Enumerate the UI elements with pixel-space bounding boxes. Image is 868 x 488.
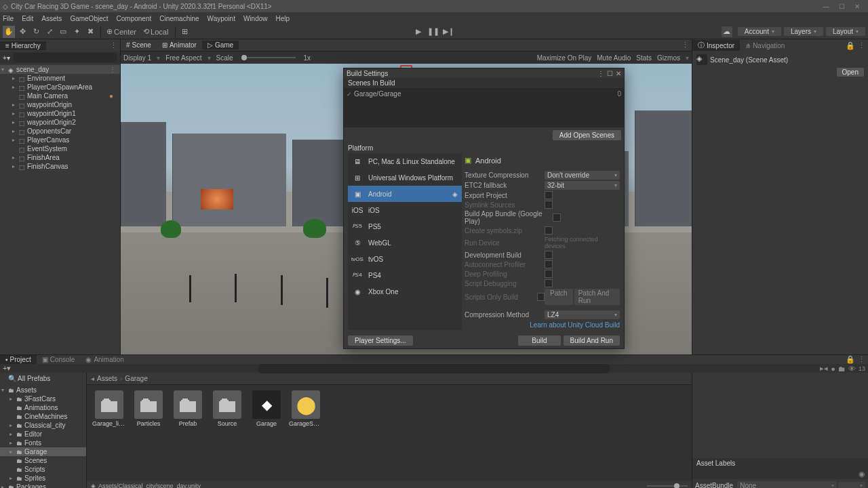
project-tab[interactable]: ▪ Project [0,355,37,364]
scenes-in-build-list[interactable]: ✓ Garage/Garage 0 [344,88,624,127]
hierarchy-item[interactable]: ▸PlayerCarSpawnArea [0,83,120,92]
open-button[interactable]: Open [837,68,864,77]
hierarchy-item[interactable]: ▸OpponentsCar [0,127,120,136]
filter-icon[interactable]: ▸◂ [820,364,828,373]
project-search[interactable] [258,364,610,373]
scale-tool-icon[interactable]: ⤢ [43,26,56,38]
cloud-build-link[interactable]: Learn about Unity Cloud Build [465,320,620,330]
account-dropdown[interactable]: Account [738,27,781,36]
display-dropdown[interactable]: Display 1 [123,54,151,62]
project-folder[interactable]: Scenes [0,456,86,465]
maximize-icon[interactable]: ☐ [839,3,845,10]
console-tab[interactable]: ▣ Console [37,355,81,364]
etc2-dropdown[interactable]: 32-bit [545,181,620,190]
snap-icon[interactable]: ⊞ [178,26,191,38]
project-folder[interactable]: ▸Editor [0,430,86,439]
hierarchy-tab[interactable]: ≡ Hierarchy [0,41,46,50]
pause-button-icon[interactable]: ❚❚ [427,26,439,38]
platform-ps4[interactable]: 𝘗𝘚4PS4 [348,267,462,283]
aspect-dropdown[interactable]: Free Aspect [165,54,201,62]
project-folder[interactable]: Scripts [0,465,86,474]
rect-tool-icon[interactable]: ▭ [57,26,69,38]
platform-standalone[interactable]: 🖥PC, Mac & Linux Standalone [348,153,462,169]
animation-tab[interactable]: ◉ Animation [80,355,129,364]
thumbnail-size-slider[interactable] [647,485,688,487]
asset-folder[interactable]: Source [210,390,244,427]
asset-folder[interactable]: Prefab [171,390,205,427]
scene-enabled-checkbox[interactable]: ✓ [347,91,352,98]
pivot-local-button[interactable]: ⟲Local [140,26,171,38]
cloud-icon[interactable]: ☁ [722,26,732,37]
menu-cinemachine[interactable]: Cinemachine [159,15,199,22]
favorite-icon[interactable]: ● [831,365,835,373]
pivot-center-button[interactable]: ⊕Center [104,26,139,38]
asset-folder[interactable]: Particles [132,390,165,427]
breadcrumb-folder[interactable]: Garage [125,375,147,382]
platform-xbox[interactable]: ◉Xbox One [348,283,462,300]
menu-help[interactable]: Help [276,15,290,22]
close-icon[interactable]: ✕ [854,3,860,10]
panel-menu-icon[interactable]: ⋮ [110,41,117,50]
panel-menu-icon[interactable]: ⋮ [682,41,689,49]
hierarchy-item[interactable]: ▸Environment [0,74,120,83]
platform-tvos[interactable]: tvOStvOS [348,251,462,267]
platform-uwp[interactable]: ⊞Universal Windows Platform [348,169,462,186]
platform-ios[interactable]: iOSiOS [348,202,462,218]
move-tool-icon[interactable]: ✥ [16,26,28,38]
hierarchy-item[interactable]: EventSystem [0,144,120,153]
play-button-icon[interactable]: ▶ [412,26,425,38]
project-folder-selected[interactable]: ▸Garage [0,447,86,456]
dialog-close-icon[interactable]: ✕ [616,70,621,77]
app-bundle-checkbox[interactable] [553,214,561,222]
menu-component[interactable]: Component [117,15,152,22]
menu-edit[interactable]: Edit [22,15,33,22]
texture-compression-dropdown[interactable]: Don't override [545,171,620,180]
asset-scene[interactable]: Garage [250,390,283,427]
navigation-tab[interactable]: ⋔ Navigation [740,41,790,50]
platform-android[interactable]: ▣Android◈ [348,186,462,202]
stats-toggle[interactable]: Stats [636,54,652,62]
asset-bundle-dropdown[interactable]: None [737,481,837,489]
assets-folder[interactable]: ▾Assets [0,386,86,394]
asset-settings[interactable]: GarageSetti... [289,390,323,427]
breadcrumb-assets[interactable]: Assets [97,375,117,382]
project-folder[interactable]: CineMachines [0,412,86,421]
label-tag-icon[interactable]: ◉ [859,470,865,478]
folder-icon[interactable]: 🖿 [838,365,846,373]
asset-folder[interactable]: Garage_lig... [92,390,126,427]
hidden-icon[interactable]: 👁 [848,365,856,373]
dev-build-checkbox[interactable] [545,251,553,259]
panel-menu-icon[interactable]: ⋮ [858,41,865,50]
menu-assets[interactable]: Assets [41,15,62,22]
create-dropdown-icon[interactable]: +▾ [3,54,10,62]
inspector-tab[interactable]: ⓘ Inspector [692,40,740,51]
lock-icon[interactable]: 🔒 [846,41,855,50]
hierarchy-item[interactable]: ▸PlayerCanvas [0,136,120,144]
hierarchy-item[interactable]: ▸waypointOrigin [0,100,120,109]
layout-dropdown[interactable]: Layout [826,27,865,36]
asset-bundle-variant-dropdown[interactable] [838,482,865,489]
panel-menu-icon[interactable]: ⋮ [858,355,865,364]
project-folder[interactable]: ▸3FastCars [0,394,86,403]
add-open-scenes-button[interactable]: Add Open Scenes [553,130,621,140]
project-folder[interactable]: ▸Classical_city [0,421,86,430]
hierarchy-item[interactable]: ▸FinishArea [0,153,120,162]
scene-root[interactable]: ▾scene_day⋮ [0,65,120,74]
create-dropdown-icon[interactable]: +▾ [3,364,11,373]
compression-dropdown[interactable]: LZ4 [545,310,620,319]
build-button[interactable]: Build [518,336,560,346]
layers-dropdown[interactable]: Layers [784,27,823,36]
step-button-icon[interactable]: ▶❙ [442,26,454,38]
maximize-on-play-toggle[interactable]: Maximize On Play [537,54,592,62]
platform-webgl[interactable]: ⑤WebGL [348,235,462,251]
scene-tab[interactable]: # Scene [121,41,157,49]
rotate-tool-icon[interactable]: ↻ [30,26,42,38]
dialog-menu-icon[interactable]: ⋮ [597,70,604,77]
lock-icon[interactable]: 🔒 [846,355,855,364]
project-folder[interactable]: ▸Fonts [0,439,86,447]
menu-gameobject[interactable]: GameObject [70,15,108,22]
dialog-maximize-icon[interactable]: ☐ [607,70,613,77]
project-folder[interactable]: Animations [0,403,86,412]
all-prefabs-filter[interactable]: 🔍All Prefabs [0,374,86,383]
hand-tool-icon[interactable]: ✋ [3,26,15,38]
